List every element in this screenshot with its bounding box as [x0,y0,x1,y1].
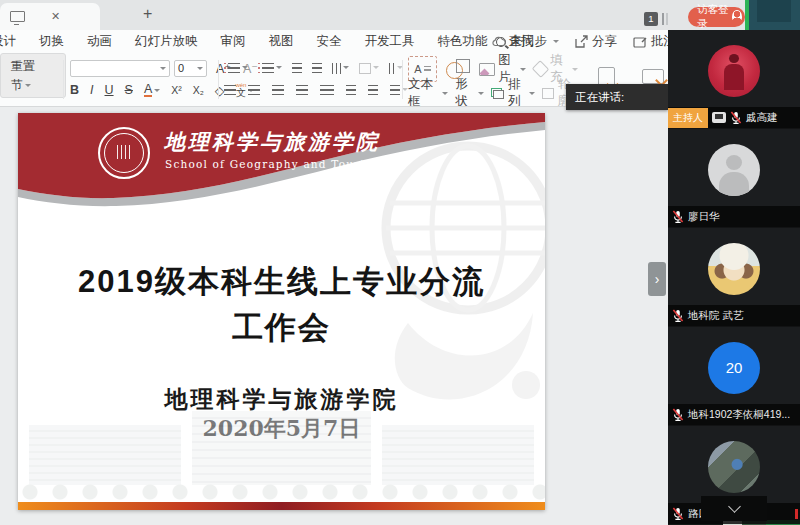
document-tab[interactable]: ✕ [0,3,100,30]
shape-label: 形状 [455,76,476,107]
mic-muted-icon [730,111,742,124]
text-frame-button[interactable] [359,63,379,74]
superscript-button[interactable]: X² [171,84,182,96]
slide-bottom-bar [18,502,545,510]
italic-button[interactable]: I [90,83,93,97]
tab-view[interactable]: 视图 [269,33,294,50]
recording-indicator [795,509,798,519]
numbered-list-button[interactable] [258,63,282,73]
distribute-icon[interactable] [320,85,334,95]
participant-tile[interactable]: 路口 [668,426,800,525]
participant-avatar: 20 [708,342,760,394]
section-label: 节 [11,76,23,95]
tab-close-icon[interactable]: ✕ [51,10,60,23]
collapse-list-button[interactable] [701,496,767,521]
reset-button[interactable]: 重置 [11,57,65,76]
cloud-icon [491,36,506,47]
align-left-icon[interactable] [224,85,236,95]
participant-name: 廖日华 [688,210,720,224]
bold-button[interactable]: B [70,83,79,97]
list-settings-button[interactable] [390,85,408,95]
wps-tab-bar: ✕ + 1 访客登录 [0,0,745,30]
arrange-button[interactable]: 排列 [491,76,535,107]
participants-sidebar: 主持人 戚高建 廖日华 地科院 武艺 20 [668,30,800,525]
arrange-label: 排列 [508,76,527,107]
guest-login-label: 访客登录 [697,3,729,31]
tab-animation[interactable]: 动画 [87,33,112,50]
arrange-icon [491,88,504,99]
tab-special[interactable]: 特色功能 [438,33,488,50]
speaking-tooltip: 正在讲话: [566,84,668,110]
text-direction-button[interactable] [332,63,349,74]
comment-icon [633,36,647,48]
participant-tile[interactable]: 地科院 武艺 [668,228,800,327]
line-spacing-button[interactable] [346,85,356,95]
comment-button[interactable]: 批注 [633,33,668,50]
sort-text-button[interactable] [389,63,403,74]
mic-muted-icon [672,309,684,322]
document-count-badge: 1 [644,12,658,26]
tab-security[interactable]: 安全 [317,33,342,50]
font-size-value: 0 [178,62,184,74]
participant-name: 戚高建 [746,111,778,125]
underline-button[interactable]: U [105,83,114,97]
share-label: 分享 [592,33,617,50]
slide[interactable]: 地理科学与旅游学院 School of Geography and Touris… [18,113,545,510]
mic-muted-icon [672,408,684,421]
meeting-app-corner [749,0,800,30]
paragraph-spacing-button[interactable] [368,85,378,95]
slide-title-line1: 2019级本科生线上专业分流 [18,261,545,303]
tab-design[interactable]: 设计 [0,33,16,50]
new-tab-button[interactable]: + [143,5,152,23]
participant-tile-host[interactable]: 主持人 戚高建 [668,30,800,129]
share-button[interactable]: 分享 [575,33,617,50]
font-color-button[interactable]: A [144,84,160,97]
tab-devtools[interactable]: 开发工具 [365,33,415,50]
font-family-select[interactable] [70,60,170,77]
font-size-select[interactable]: 0 [174,60,207,77]
avatar-number: 20 [726,359,743,376]
campus-photo [18,405,545,502]
guest-login-button[interactable]: 访客登录 [688,7,745,27]
participant-tile[interactable]: 廖日华 [668,129,800,228]
format-eraser-button[interactable]: ◇ [215,83,225,98]
textbox-menu-button[interactable]: 文本框 [408,76,448,107]
participant-avatar [708,45,760,97]
school-seal-logo [98,127,150,179]
projection-tool-icon[interactable] [642,69,664,84]
bullet-list-button[interactable] [224,63,248,73]
screen: ✕ + 1 访客登录 设计 切换 动画 幻灯片放映 审阅 视图 安全 开发工具 … [0,0,800,525]
shape-menu-button[interactable]: 形状 [455,76,484,107]
menu-bar: 设计 切换 动画 幻灯片放映 审阅 视图 安全 开发工具 特色功能 查找 未同步… [0,30,668,53]
subscript-button[interactable]: X₂ [193,84,204,96]
decrease-indent-button[interactable] [292,63,302,73]
expand-panel-button[interactable]: › [648,262,666,296]
tab-review[interactable]: 审阅 [221,33,246,50]
tab-transition[interactable]: 切换 [39,33,64,50]
font-color-label: A [144,84,152,97]
divider [666,13,668,25]
participant-name: 地科1902李依桐419... [688,408,790,422]
sync-status-button[interactable]: 未同步 [491,33,560,50]
screen-share-icon [712,112,726,123]
tab-slideshow[interactable]: 幻灯片放映 [135,33,198,50]
picture-icon [479,63,495,76]
user-avatar-icon [732,10,743,24]
align-right-icon[interactable] [272,85,284,95]
strikethrough-button[interactable]: S [125,83,133,97]
outline-icon [542,88,554,99]
section-button[interactable]: 节 [11,76,65,95]
mic-muted-icon [672,210,684,223]
slide-title-line2: 工作会 [18,307,545,349]
presentation-icon [10,11,25,22]
share-icon [575,35,588,48]
align-center-icon[interactable] [248,85,260,95]
participant-name: 地科院 武艺 [688,309,743,323]
justify-icon[interactable] [296,85,308,95]
participant-tile[interactable]: 20 地科1902李依桐419... [668,327,800,426]
increase-indent-button[interactable] [312,63,322,73]
slide-canvas[interactable]: 地理科学与旅游学院 School of Geography and Touris… [0,107,668,525]
mic-muted-icon [672,507,684,520]
slide-tools-group: 重置 节 [0,53,66,98]
divider [662,13,664,25]
